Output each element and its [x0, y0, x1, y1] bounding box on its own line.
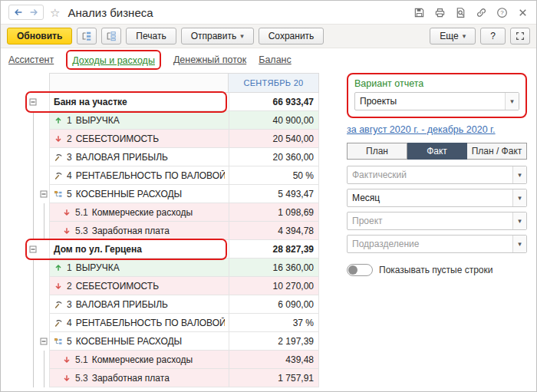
mode-plan-fact-button[interactable]: План / Факт [467, 143, 527, 160]
structure-icon [54, 337, 63, 346]
save-report-button[interactable]: Сохранить [259, 28, 325, 44]
combo-button[interactable]: ▾ [512, 166, 526, 183]
tab-denezhny-potok[interactable]: Денежный поток [173, 54, 246, 65]
table-row[interactable]: 4РЕНТАБЕЛЬНОСТЬ ПО ВАЛОВОЙ ПРИБЫ 50 % [28, 166, 319, 185]
forward-arrow-icon[interactable] [28, 7, 39, 18]
row-value-cell: 1 757,91 [229, 369, 319, 387]
table-row[interactable]: 5КОСВЕННЫЕ РАСХОДЫ 5 493,47 [28, 185, 319, 203]
table-row[interactable]: 3ВАЛОВАЯ ПРИБЫЛЬ 6 090,00 [28, 295, 319, 314]
table-row[interactable]: 1ВЫРУЧКА 40 900,00 [28, 111, 319, 130]
table-row[interactable]: 5.3Заработная плата 1 757,91 [28, 369, 319, 387]
table-group-row[interactable]: Баня на участке 66 933,47 [28, 93, 319, 111]
combo-button[interactable]: ▾ [512, 189, 526, 206]
toolbar: Обновить Печать Отправить▾ Сохранить Еще… [1, 24, 536, 48]
arrow-down-icon [62, 226, 71, 236]
tab-assistent[interactable]: Ассистент [8, 54, 54, 65]
row-value-cell: 4 394,78 [229, 222, 319, 240]
save-icon[interactable] [413, 7, 425, 18]
row-label: КОСВЕННЫЕ РАСХОДЫ [76, 189, 183, 199]
period-detail-value: Месяц [348, 193, 512, 203]
tree-gutter [38, 111, 49, 130]
table-row[interactable]: 3ВАЛОВАЯ ПРИБЫЛЬ 20 360,00 [28, 148, 319, 166]
row-label-cell: 3ВАЛОВАЯ ПРИБЫЛЬ [49, 295, 229, 314]
arrow-down-icon [54, 282, 63, 291]
row-value-cell: 439,48 [229, 351, 319, 369]
table-row[interactable]: 1ВЫРУЧКА 16 360,00 [28, 259, 319, 277]
group-label-cell: Дом по ул. Герцена [49, 240, 229, 259]
fullscreen-button[interactable] [510, 28, 530, 44]
expand-groups-button[interactable] [101, 28, 121, 44]
tree-gutter [38, 185, 49, 203]
tree-gutter [38, 259, 49, 277]
app-window: ☆ Анализ бизнеса Обновить Печать Отправи… [0, 0, 537, 392]
tab-balans[interactable]: Баланс [259, 54, 292, 65]
close-icon[interactable] [517, 7, 529, 18]
row-number: 2 [67, 133, 72, 144]
preview-icon[interactable] [455, 7, 466, 18]
period-column-header[interactable]: СЕНТЯБРЬ 20 [229, 73, 319, 93]
empty-rows-toggle[interactable] [347, 264, 373, 276]
favorite-star-icon[interactable]: ☆ [50, 7, 60, 18]
table-row[interactable]: 2СЕБЕСТОИМОСТЬ 10 270,00 [28, 277, 319, 295]
project-filter-field[interactable]: Проект ▾ [347, 212, 527, 230]
row-label: Заработная плата [92, 373, 170, 384]
row-label: ВАЛОВАЯ ПРИБЫЛЬ [76, 152, 168, 163]
table-row[interactable]: 5.1Коммерческие расходы 439,48 [28, 351, 319, 369]
tree-line [28, 332, 38, 351]
link-icon[interactable] [476, 7, 487, 18]
tree-line [38, 203, 49, 222]
table-row[interactable]: 4РЕНТАБЕЛЬНОСТЬ ПО ВАЛОВОЙ ПРИБЫ 37 % [28, 314, 319, 332]
page-title: Анализ бизнеса [68, 6, 153, 19]
tree-collapse-icon[interactable] [41, 191, 48, 198]
tree-collapse-icon[interactable] [30, 246, 37, 253]
report-variant-label: Вариант отчета [354, 78, 519, 89]
tree-line [28, 111, 38, 130]
mode-fact-button[interactable]: Факт [407, 143, 467, 160]
arrow-down-icon [62, 355, 71, 364]
chevron-down-icon: ▾ [518, 241, 522, 248]
period-link[interactable]: за август 2020 г. - декабрь 2020 г. [347, 124, 496, 135]
row-label: СЕБЕСТОИМОСТЬ [76, 133, 159, 144]
arrow-down-icon [54, 134, 63, 143]
row-label-cell: 5.1Коммерческие расходы [49, 203, 229, 222]
tree-gutter [38, 277, 49, 295]
row-number: 4 [67, 318, 72, 328]
row-label: ВЫРУЧКА [76, 115, 120, 126]
department-filter-field[interactable]: Подразделение ▾ [347, 235, 527, 253]
table-row[interactable]: 5.1Коммерческие расходы 1 098,69 [28, 203, 319, 222]
combo-button[interactable]: ▾ [505, 93, 519, 110]
help-icon[interactable] [496, 7, 508, 18]
period-detail-field[interactable]: Месяц ▾ [347, 189, 527, 207]
help-button[interactable]: ? [480, 28, 506, 44]
tree-line [38, 222, 49, 240]
table-row[interactable]: 5КОСВЕННЫЕ РАСХОДЫ 2 197,39 [28, 332, 319, 351]
combo-button[interactable]: ▾ [512, 236, 526, 252]
tree-collapse-icon[interactable] [30, 99, 37, 106]
mode-plan-button[interactable]: План [347, 143, 407, 160]
row-label: РЕНТАБЕЛЬНОСТЬ ПО ВАЛОВОЙ ПРИБЫ [76, 170, 225, 181]
row-label: Заработная плата [92, 226, 170, 236]
arrow-down-icon [62, 208, 71, 217]
row-label-cell: 4РЕНТАБЕЛЬНОСТЬ ПО ВАЛОВОЙ ПРИБЫ [49, 166, 229, 185]
print-icon[interactable] [434, 7, 446, 18]
tree-gutter [38, 130, 49, 148]
tree-collapse-icon[interactable] [41, 338, 48, 345]
combo-button[interactable]: ▾ [512, 212, 526, 229]
refresh-button[interactable]: Обновить [7, 28, 72, 44]
scenario-filter-field[interactable]: Фактический ▾ [347, 166, 527, 184]
table-row[interactable]: 2СЕБЕСТОИМОСТЬ 20 540,00 [28, 130, 319, 148]
chevron-down-icon: ▾ [518, 218, 522, 225]
back-arrow-icon[interactable] [13, 7, 24, 18]
tab-dohody-i-rashody[interactable]: Доходы и расходы [72, 55, 155, 66]
send-button[interactable]: Отправить▾ [181, 28, 254, 44]
table-row[interactable]: 5.3Заработная плата 4 394,78 [28, 222, 319, 240]
collapse-groups-button[interactable] [77, 28, 97, 44]
table-group-row[interactable]: Дом по ул. Герцена 28 827,39 [28, 240, 319, 259]
table-header-row: СЕНТЯБРЬ 20 [28, 73, 319, 93]
row-number: 5.1 [75, 207, 88, 218]
more-button[interactable]: Еще▾ [430, 28, 476, 44]
print-button[interactable]: Печать [126, 28, 176, 44]
row-label-cell: 4РЕНТАБЕЛЬНОСТЬ ПО ВАЛОВОЙ ПРИБЫ [49, 314, 229, 332]
tree-line [38, 351, 49, 369]
report-variant-select[interactable]: Проекты ▾ [354, 92, 519, 110]
